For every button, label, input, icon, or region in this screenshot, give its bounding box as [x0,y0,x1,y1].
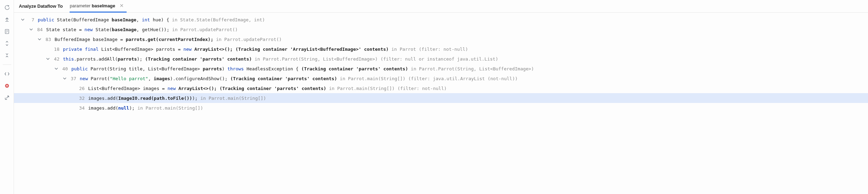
tabs-bar: Analyze Dataflow To parameter baseImage … [14,0,868,13]
chevron-down-icon[interactable] [62,76,67,81]
line-number: 40 [60,66,68,71]
tree-row[interactable]: 34 images.add(null); in Parrot.main(Stri… [14,103,868,113]
code-text: images.add(null); in Parrot.main(String[… [88,105,203,111]
tree-row[interactable]: 40 public Parrot(String title, List<Buff… [14,64,868,74]
collapse-icon[interactable] [3,52,10,59]
line-number: 37 [69,76,76,81]
tab-label: parameter baseImage [70,3,115,8]
line-number: 84 [35,27,43,32]
line-number: 34 [77,105,85,111]
tree-row[interactable]: 18 private final List<BufferedImage> par… [14,44,868,54]
tree-row[interactable]: 32 images.add(ImageIO.read(path.toFile()… [14,93,868,103]
line-number: 83 [43,37,51,42]
line-number: 18 [52,47,59,52]
line-number: 7 [27,17,34,22]
arrow-up-icon[interactable] [3,16,10,23]
main-panel: Analyze Dataflow To parameter baseImage … [14,0,868,194]
export-icon[interactable] [3,94,10,101]
tree-row[interactable]: 84 State state = new State(baseImage, ge… [14,25,868,34]
chevron-down-icon[interactable] [45,56,50,61]
chevron-down-icon[interactable] [20,17,25,22]
line-number: 26 [77,86,85,91]
tool-sidebar [0,0,14,194]
tab-active[interactable]: parameter baseImage ✕ [70,0,126,13]
code-text: public State(BufferedImage baseImage, in… [38,17,265,22]
chevron-down-icon[interactable] [54,66,59,71]
code-text: List<BufferedImage> images = new ArrayLi… [88,86,447,91]
breakpoint-icon[interactable] [3,82,10,89]
code-text: this.parrots.addAll(parrots); (Tracking … [63,56,498,62]
code-text: BufferedImage baseImage = parrots.get(cu… [55,37,282,42]
code-text: public Parrot(String title, List<Buffere… [71,66,534,71]
refresh-icon[interactable] [3,4,10,11]
svg-point-2 [6,85,8,86]
sidebar-divider [3,64,11,65]
tree-row[interactable]: 26 List<BufferedImage> images = new Arra… [14,83,868,93]
code-text: private final List<BufferedImage> parrot… [63,47,468,52]
code-icon[interactable] [3,70,10,77]
tree-row[interactable]: 37 new Parrot("Hello parrot", images).co… [14,74,868,83]
tree-row[interactable]: 7 public State(BufferedImage baseImage, … [14,15,868,25]
tree-row[interactable]: 83 BufferedImage baseImage = parrots.get… [14,34,868,44]
analysis-title: Analyze Dataflow To [19,4,63,9]
expand-collapse-icon[interactable] [3,40,10,47]
chevron-down-icon[interactable] [37,37,42,42]
tree-row[interactable]: 42 this.parrots.addAll(parrots); (Tracki… [14,54,868,64]
dataflow-tree: 7 public State(BufferedImage baseImage, … [14,13,868,194]
line-number: 32 [77,96,85,101]
code-text: State state = new State(baseImage, getHu… [46,27,238,32]
chevron-down-icon[interactable] [29,27,34,32]
code-text: images.add(ImageIO.read(path.toFile()));… [88,96,266,101]
line-number: 42 [52,56,59,62]
code-text: new Parrot("Hello parrot", images).confi… [80,76,518,81]
book-icon[interactable] [3,28,10,35]
close-icon[interactable]: ✕ [118,3,125,8]
